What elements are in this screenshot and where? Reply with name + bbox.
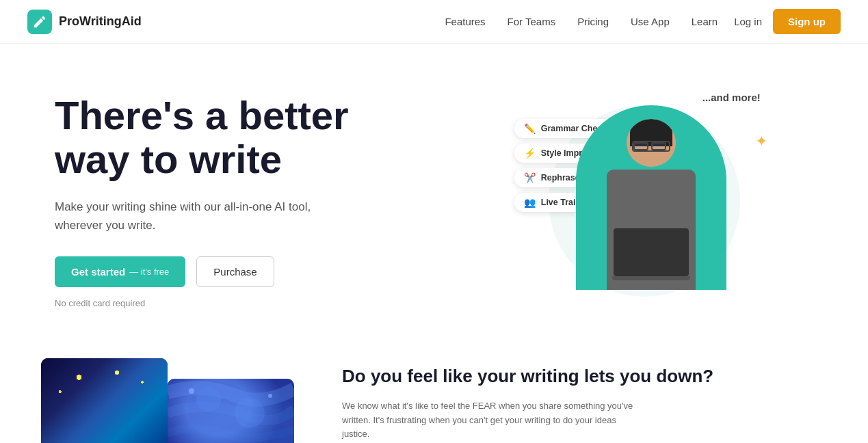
nav-links: Features For Teams Pricing Use App Learn <box>445 16 718 27</box>
sparkle-icon: ✦ <box>755 133 767 150</box>
svg-point-14 <box>268 394 272 398</box>
hero-subtitle: Make your writing shine with our all-in-… <box>55 198 342 234</box>
bottom-section: My idea in my head Do you feel like your… <box>0 345 868 443</box>
bottom-images: My idea in my head <box>41 358 287 443</box>
logo-area[interactable]: ProWritingAid <box>27 10 142 34</box>
signup-button[interactable]: Sign up <box>773 9 841 34</box>
bottom-description: We know what it's like to feel the FEAR … <box>342 399 643 442</box>
svg-point-6 <box>139 389 155 437</box>
style-icon: ⚡ <box>524 148 536 159</box>
hero-buttons: Get started — it's free Purchase <box>55 256 448 287</box>
hero-title: There's a better way to write <box>55 94 448 181</box>
image-card-1 <box>41 358 168 443</box>
nav-features[interactable]: Features <box>445 16 485 27</box>
hero-left: There's a better way to write Make your … <box>55 94 448 308</box>
navbar: ProWritingAid Features For Teams Pricing… <box>0 0 868 44</box>
get-started-button[interactable]: Get started — it's free <box>55 256 185 287</box>
svg-point-13 <box>189 388 194 394</box>
svg-rect-9 <box>168 379 294 443</box>
svg-point-11 <box>235 398 265 428</box>
and-more-label: ...and more! <box>702 92 761 103</box>
person-figure <box>596 112 706 290</box>
nav-learn[interactable]: Learn <box>692 16 718 27</box>
svg-point-1 <box>62 370 68 377</box>
grammar-icon: ✏️ <box>524 123 536 134</box>
rephrase-icon: ✂️ <box>524 172 536 183</box>
bottom-right: Do you feel like your writing lets you d… <box>342 358 813 442</box>
no-credit-card-note: No credit card required <box>55 298 448 308</box>
image-card-2: My idea in my head <box>168 379 294 443</box>
svg-point-10 <box>196 387 221 412</box>
brand-name: ProWritingAid <box>59 14 142 29</box>
training-icon: 👥 <box>524 197 536 208</box>
free-label: — it's free <box>129 267 169 277</box>
bottom-title: Do you feel like your writing lets you d… <box>342 365 813 388</box>
hero-section: There's a better way to write Make your … <box>0 44 868 345</box>
nav-pricing[interactable]: Pricing <box>577 16 609 27</box>
logo-icon <box>27 10 52 34</box>
svg-rect-5 <box>41 427 168 443</box>
nav-use-app[interactable]: Use App <box>631 16 670 27</box>
purchase-button[interactable]: Purchase <box>196 256 274 287</box>
hero-illustration: ✏️ Grammar Checking ⚡ Style Improvements… <box>514 92 774 310</box>
nav-for-teams[interactable]: For Teams <box>508 16 556 27</box>
svg-point-4 <box>51 382 55 386</box>
svg-point-2 <box>90 365 95 371</box>
svg-rect-7 <box>48 430 65 443</box>
svg-point-3 <box>135 368 139 373</box>
hero-right: ✏️ Grammar Checking ⚡ Style Improvements… <box>448 85 841 317</box>
svg-rect-0 <box>41 358 168 443</box>
svg-rect-8 <box>68 433 82 443</box>
login-link[interactable]: Log in <box>734 16 762 27</box>
